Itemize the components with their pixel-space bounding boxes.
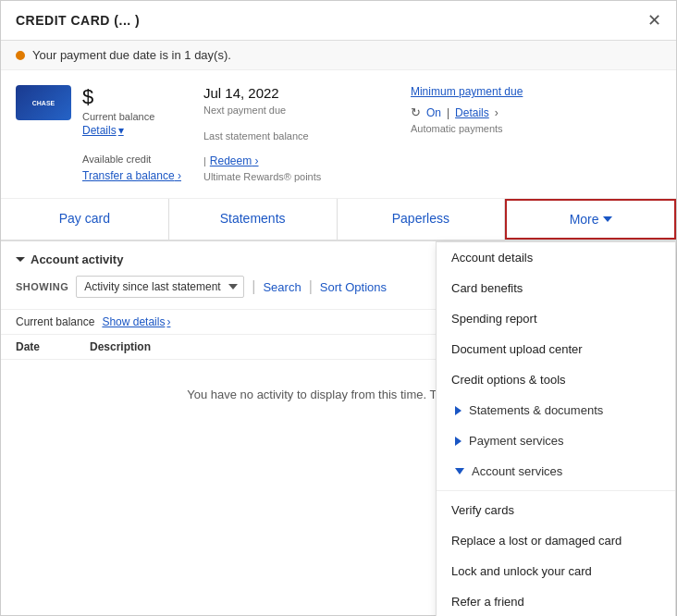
activity-title: Account activity <box>31 253 123 266</box>
collapse-icon <box>455 468 464 474</box>
search-link[interactable]: Search <box>263 280 301 294</box>
dropdown-item-label: Card benefits <box>451 281 523 295</box>
payment-info-column: Jul 14, 2022 Next payment due Last state… <box>203 85 388 183</box>
dropdown-item-label: Statements & documents <box>469 403 603 417</box>
col-description: Description <box>90 340 476 353</box>
min-payment-link[interactable]: Minimum payment due <box>411 85 559 98</box>
redeem-link[interactable]: Redeem › <box>210 154 259 167</box>
dropdown-item[interactable]: Document upload center <box>437 334 675 364</box>
show-details-link[interactable]: Show details › <box>102 315 170 328</box>
showing-label: SHOWING <box>16 281 68 292</box>
dropdown-divider <box>437 490 675 491</box>
last-statement: Last statement balance <box>203 127 388 143</box>
autopay-on-label[interactable]: On <box>426 106 441 119</box>
notice-dot-icon <box>16 51 25 60</box>
dropdown-item[interactable]: Payment services <box>437 425 675 456</box>
card-info-section: CHASE $ Current balance Details ▾ Availa… <box>1 70 676 199</box>
available-credit-label: Available credit <box>82 154 151 165</box>
dropdown-item[interactable]: Credit options & tools <box>437 364 675 395</box>
autopay-label: Automatic payments <box>411 123 559 134</box>
dropdown-item-label: Lock and unlock your card <box>451 564 592 578</box>
card-image: CHASE <box>16 85 71 120</box>
dropdown-item[interactable]: Lock and unlock your card <box>437 556 675 586</box>
chevron-down-icon: ▾ <box>118 124 124 137</box>
dropdown-item-label: Replace a lost or damaged card <box>451 534 622 548</box>
dropdown-item[interactable]: Statements & documents <box>437 395 675 425</box>
payment-notice-text: Your payment due date is in 1 day(s). <box>32 48 231 62</box>
payment-notice: Your payment due date is in 1 day(s). <box>1 41 676 70</box>
more-dropdown-menu: Account detailsCard benefitsSpending rep… <box>436 241 676 616</box>
dropdown-item-label: Account details <box>451 251 533 265</box>
balance-column: $ Current balance Details ▾ Available cr… <box>82 85 181 183</box>
col-date: Date <box>16 340 90 353</box>
pipe-separator: | <box>203 155 206 166</box>
autopay-details-link[interactable]: Details <box>455 106 489 119</box>
autopay-column: Minimum payment due ↻ On | Details › Aut… <box>411 85 559 183</box>
dropdown-item[interactable]: Account details <box>437 242 675 273</box>
sync-icon: ↻ <box>411 105 421 119</box>
tab-more[interactable]: More <box>505 199 676 240</box>
current-balance-label: Current balance <box>16 315 94 328</box>
modal-title: CREDIT CARD (... ) <box>16 13 140 28</box>
activity-period-select[interactable]: Activity since last statement <box>76 276 244 298</box>
dropdown-item[interactable]: Replace a lost or damaged card <box>437 525 675 556</box>
dropdown-item-label: Verify cards <box>451 503 514 517</box>
dropdown-item-label: Credit options & tools <box>451 373 566 387</box>
content-area: Account activity SHOWING Activity since … <box>1 241 676 429</box>
collapse-icon[interactable] <box>16 257 25 262</box>
dropdown-item[interactable]: Refer a friend <box>437 586 675 616</box>
next-payment-date: Jul 14, 2022 <box>203 85 388 101</box>
dropdown-item-label: Payment services <box>469 434 564 448</box>
nav-tabs: Pay card Statements Paperless More <box>1 199 676 241</box>
expand-icon <box>455 437 462 446</box>
tab-paperless[interactable]: Paperless <box>338 199 505 240</box>
dropdown-item-label: Refer a friend <box>451 595 524 609</box>
sort-options-link[interactable]: Sort Options <box>320 280 387 294</box>
modal-header: CREDIT CARD (... ) ✕ <box>1 1 676 41</box>
dropdown-item[interactable]: Verify cards <box>437 495 675 525</box>
showing-row: SHOWING Activity since last statement | … <box>16 276 387 298</box>
details-link[interactable]: Details ▾ <box>82 124 181 137</box>
next-payment-label: Next payment due <box>203 105 388 116</box>
dropdown-item-label: Account services <box>472 464 562 478</box>
arrow-right-icon: › <box>495 106 499 119</box>
balance-amount: $ <box>82 85 181 109</box>
rewards-label: Ultimate Rewards® points <box>203 171 388 182</box>
close-button[interactable]: ✕ <box>647 10 661 31</box>
dropdown-item[interactable]: Card benefits <box>437 273 675 303</box>
expand-icon <box>455 406 462 415</box>
transfer-balance-link[interactable]: Transfer a balance › <box>82 169 181 182</box>
dropdown-item-label: Document upload center <box>451 342 583 356</box>
dropdown-item-label: Spending report <box>451 312 537 326</box>
dropdown-item[interactable]: Account services <box>437 456 675 487</box>
balance-label: Current balance <box>82 111 181 122</box>
more-chevron-icon <box>603 216 612 222</box>
tab-statements[interactable]: Statements <box>169 199 337 240</box>
autopay-row: ↻ On | Details › <box>411 105 559 119</box>
credit-card-modal: CREDIT CARD (... ) ✕ Your payment due da… <box>0 0 677 616</box>
dropdown-item[interactable]: Spending report <box>437 303 675 334</box>
tab-pay-card[interactable]: Pay card <box>1 199 168 240</box>
